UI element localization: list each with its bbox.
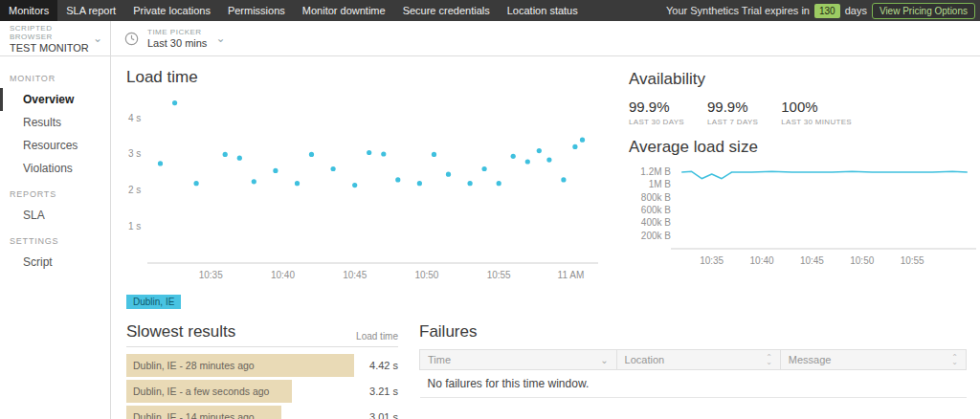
availability-stat: 100% LAST 30 MINUTES xyxy=(781,99,852,126)
column-header-label: Location xyxy=(625,354,665,365)
avg-load-size-title: Average load size xyxy=(629,138,978,157)
failures-table: Time ⌄ Location ⌃ ⌄ xyxy=(419,349,967,398)
svg-text:2 s: 2 s xyxy=(128,185,141,195)
svg-text:4 s: 4 s xyxy=(128,113,141,123)
result-bar-track: Dublin, IE - a few seconds ago xyxy=(126,380,354,403)
slowest-result-row[interactable]: Dublin, IE - 14 minutes ago 3.01 s xyxy=(126,406,398,419)
failures-empty-row: No failures for this time window. xyxy=(420,370,967,398)
nav-tab-location-status[interactable]: Location status xyxy=(499,0,587,21)
sidebar-item-overview[interactable]: Overview xyxy=(0,88,110,111)
time-picker-label: TIME PICKER xyxy=(147,28,207,36)
caret-down-icon: ⌄ xyxy=(951,360,958,364)
stat-label: LAST 30 MINUTES xyxy=(781,118,852,126)
failures-col-location[interactable]: Location ⌃ ⌄ xyxy=(616,350,780,370)
time-picker-value: Last 30 mins xyxy=(147,37,207,49)
stat-value: 99.9% xyxy=(707,99,758,115)
nav-tab-monitor-downtime[interactable]: Monitor downtime xyxy=(294,0,394,21)
svg-text:10:40: 10:40 xyxy=(271,270,295,280)
svg-text:200k B: 200k B xyxy=(641,231,671,241)
failures-section: Failures Time ⌄ xyxy=(419,322,967,419)
sidebar-item-results[interactable]: Results xyxy=(0,111,110,134)
svg-text:3 s: 3 s xyxy=(128,148,141,159)
svg-text:1M B: 1M B xyxy=(649,179,672,189)
top-nav: Monitors SLA report Private locations Pe… xyxy=(0,0,980,21)
clock-icon xyxy=(124,32,139,46)
svg-text:10:55: 10:55 xyxy=(487,270,511,280)
sidebar-item-sla[interactable]: SLA xyxy=(0,204,110,227)
svg-text:11 AM: 11 AM xyxy=(558,270,585,280)
sidebar-section-monitor: MONITOR Overview Results Resources Viola… xyxy=(0,64,110,180)
sidebar: MONITOR Overview Results Resources Viola… xyxy=(0,56,111,419)
load-time-legend: Dublin, IE xyxy=(126,292,600,309)
slowest-result-row[interactable]: Dublin, IE - a few seconds ago 3.21 s xyxy=(126,380,398,403)
slowest-results-title: Slowest results xyxy=(126,322,235,342)
svg-text:10:35: 10:35 xyxy=(700,255,724,266)
load-time-chart: 4 s3 s2 s1 s10:3510:4010:4510:5010:5511 … xyxy=(126,87,600,288)
result-label: Dublin, IE - 14 minutes ago xyxy=(133,411,255,419)
svg-text:800k B: 800k B xyxy=(641,192,671,203)
load-time-title: Load time xyxy=(126,68,600,87)
time-picker[interactable]: TIME PICKER Last 30 mins ⌄ xyxy=(111,21,238,55)
slowest-results-header: Slowest results Load time xyxy=(126,322,398,347)
nav-tab-sla-report[interactable]: SLA report xyxy=(57,0,124,21)
failures-col-time[interactable]: Time ⌄ xyxy=(420,350,617,370)
stat-value: 99.9% xyxy=(629,99,684,115)
toolbar: SCRIPTED BROWSER TEST MONITOR ⌄ TIME PIC… xyxy=(0,21,980,56)
availability-stat: 99.9% LAST 30 DAYS xyxy=(629,99,684,126)
result-label: Dublin, IE - a few seconds ago xyxy=(133,386,269,397)
stat-label: LAST 7 DAYS xyxy=(707,118,758,126)
sort-down-icon[interactable]: ⌄ xyxy=(600,355,608,365)
sidebar-section-reports: REPORTS SLA xyxy=(0,180,110,227)
result-value: 3.01 s xyxy=(354,411,398,419)
synthetics-app: Monitors SLA report Private locations Pe… xyxy=(0,0,980,419)
result-bar-track: Dublin, IE - 14 minutes ago xyxy=(126,406,354,419)
trial-days-badge: 130 xyxy=(814,4,840,18)
stat-label: LAST 30 DAYS xyxy=(629,118,684,126)
availability-stats: 99.9% LAST 30 DAYS 99.9% LAST 7 DAYS 100… xyxy=(629,99,978,126)
svg-text:400k B: 400k B xyxy=(641,217,671,228)
availability-stat: 99.9% LAST 7 DAYS xyxy=(707,99,758,126)
failures-col-message[interactable]: Message ⌃ ⌄ xyxy=(780,350,966,370)
chevron-down-icon: ⌄ xyxy=(215,33,225,43)
caret-down-icon: ⌄ xyxy=(766,360,772,364)
failures-empty-message: No failures for this time window. xyxy=(420,370,967,398)
sidebar-section-header: MONITOR xyxy=(0,64,110,88)
top-nav-tabs: Monitors SLA report Private locations Pe… xyxy=(0,0,587,21)
nav-tab-private-locations[interactable]: Private locations xyxy=(124,0,219,21)
result-label: Dublin, IE - 28 minutes ago xyxy=(133,360,255,371)
slowest-result-row[interactable]: Dublin, IE - 28 minutes ago 4.42 s xyxy=(126,354,398,377)
result-value: 3.21 s xyxy=(354,386,398,397)
sort-updown-icon[interactable]: ⌃ ⌄ xyxy=(766,355,772,364)
nav-tab-permissions[interactable]: Permissions xyxy=(219,0,294,21)
svg-text:10:45: 10:45 xyxy=(343,270,367,280)
trial-text-days: days xyxy=(845,5,867,16)
time-picker-text: TIME PICKER Last 30 mins xyxy=(147,28,207,49)
nav-tab-monitors[interactable]: Monitors xyxy=(0,0,57,21)
result-bar: Dublin, IE - a few seconds ago xyxy=(126,380,292,403)
nav-tab-secure-credentials[interactable]: Secure credentials xyxy=(394,0,499,21)
svg-text:10:40: 10:40 xyxy=(750,255,774,266)
chevron-down-icon: ⌄ xyxy=(93,33,102,43)
svg-text:1 s: 1 s xyxy=(128,221,141,232)
legend-chip-dublin[interactable]: Dublin, IE xyxy=(126,295,181,309)
svg-text:10:45: 10:45 xyxy=(800,255,824,266)
svg-text:1.2M B: 1.2M B xyxy=(640,166,671,177)
result-bar: Dublin, IE - 14 minutes ago xyxy=(126,406,281,419)
svg-text:600k B: 600k B xyxy=(641,205,671,215)
sort-updown-icon[interactable]: ⌃ ⌄ xyxy=(951,355,958,364)
column-header-label: Message xyxy=(789,354,832,365)
svg-text:10:50: 10:50 xyxy=(850,255,874,266)
avg-load-size-chart: 1.2M B1M B800k B600k B400k B200k B10:351… xyxy=(629,157,978,272)
sidebar-item-script[interactable]: Script xyxy=(0,251,110,274)
sidebar-item-violations[interactable]: Violations xyxy=(0,157,110,180)
sidebar-item-resources[interactable]: Resources xyxy=(0,134,110,157)
stat-value: 100% xyxy=(781,99,852,115)
trial-text: Your Synthetics Trial expires in xyxy=(666,5,810,16)
sidebar-section-header: SETTINGS xyxy=(0,227,110,251)
monitor-selector[interactable]: SCRIPTED BROWSER TEST MONITOR ⌄ xyxy=(0,21,111,55)
right-column: Availability 99.9% LAST 30 DAYS 99.9% LA… xyxy=(629,68,978,309)
slowest-results-section: Slowest results Load time Dublin, IE - 2… xyxy=(126,322,398,419)
failures-title: Failures xyxy=(419,322,967,342)
result-bar: Dublin, IE - 28 minutes ago xyxy=(126,354,354,377)
view-pricing-button[interactable]: View Pricing Options xyxy=(872,3,975,19)
